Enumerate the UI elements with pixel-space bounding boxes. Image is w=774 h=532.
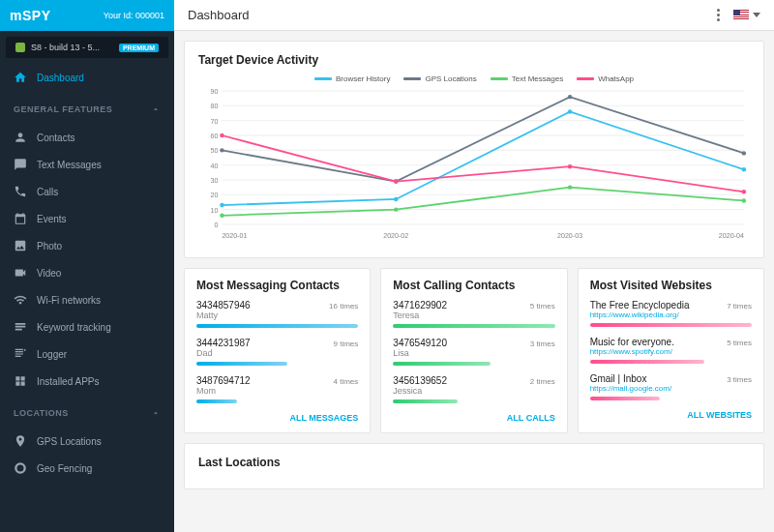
entry-main: 3476549120 (393, 338, 447, 348)
nav-general-text-messages[interactable]: Text Messages (0, 151, 174, 178)
nav-general-wi-fi-networks[interactable]: Wi-Fi networks (0, 286, 174, 313)
nav-label: Photo (37, 241, 62, 251)
list-item: Music for everyone.https://www.spotify.c… (590, 337, 752, 364)
svg-text:30: 30 (210, 177, 218, 184)
header: Dashboard (174, 0, 774, 31)
entry-sub: Lisa (393, 348, 447, 358)
language-selector[interactable] (733, 10, 760, 20)
svg-text:2020-02: 2020-02 (383, 232, 408, 239)
card-title: Most Messaging Contacts (196, 279, 358, 292)
svg-text:80: 80 (210, 103, 218, 109)
nav-general-calls[interactable]: Calls (0, 178, 174, 205)
nav-general-logger[interactable]: Logger (0, 340, 174, 368)
websites-list: The Free Encyclopediahttps://www.wikiped… (590, 300, 752, 400)
list-item: 3444231987Dad9 times (196, 338, 358, 366)
section-locations[interactable]: LOCATIONS (0, 400, 174, 422)
list-item: The Free Encyclopediahttps://www.wikiped… (590, 300, 752, 327)
svg-point-36 (220, 133, 223, 137)
list-item: 3471629902Teresa5 times (393, 300, 554, 328)
activity-chart: 01020304050607080902020-012020-022020-03… (198, 87, 750, 242)
list-item: 3434857946Matty16 times (196, 300, 358, 328)
nav-primary: Dashboard (0, 58, 174, 97)
svg-point-24 (220, 203, 223, 207)
nav-general-events[interactable]: Events (0, 205, 174, 232)
entry-link[interactable]: https://www.spotify.com/ (590, 347, 674, 356)
entry-sub: Dad (196, 348, 251, 358)
card-title: Last Locations (198, 456, 750, 469)
nav-general-keyword-tracking[interactable]: Keyword tracking (0, 313, 174, 340)
list-item: 3456139652Jessica2 times (393, 375, 554, 403)
nav-label: Logger (37, 349, 67, 360)
entry-count: 3 times (530, 340, 555, 348)
svg-point-35 (742, 198, 746, 202)
entry-count: 9 times (334, 340, 359, 348)
entry-main: The Free Encyclopedia (590, 300, 690, 310)
nav-label: Geo Fencing (37, 463, 92, 474)
nav-general-photo[interactable]: Photo (0, 232, 174, 259)
chart-legend: Browser HistoryGPS LocationsText Message… (198, 74, 750, 83)
card-messaging: Most Messaging Contacts 3434857946Matty1… (184, 268, 371, 433)
entry-count: 3 times (727, 375, 752, 384)
calling-list: 3471629902Teresa5 times3476549120Lisa3 t… (393, 300, 554, 403)
nav-location-gps-locations[interactable]: GPS Locations (0, 428, 174, 455)
entry-sub: Teresa (393, 310, 447, 320)
entry-link[interactable]: https://mail.google.com/ (590, 384, 671, 393)
nav-label: Calls (37, 187, 58, 197)
svg-point-25 (394, 197, 398, 201)
entry-main: 3487694712 (196, 375, 251, 386)
entry-link[interactable]: https://www.wikipedia.org/ (590, 310, 690, 319)
nav-label: Text Messages (37, 160, 102, 170)
legend-item: GPS Locations (403, 74, 476, 83)
svg-text:2020-04: 2020-04 (719, 232, 744, 239)
nav-general-contacts[interactable]: Contacts (0, 124, 174, 151)
entry-bar (590, 323, 752, 327)
wi-fi-networks-icon (14, 293, 27, 307)
section-label: GENERAL FEATURES (14, 104, 112, 114)
entry-main: 3456139652 (393, 375, 447, 386)
calls-icon (14, 185, 27, 198)
svg-point-39 (742, 190, 746, 193)
device-selector[interactable]: S8 - build 13 - 5... PREMIUM (6, 37, 168, 58)
nav-location-geo-fencing[interactable]: Geo Fencing (0, 455, 174, 482)
all-websites-link[interactable]: ALL WEBSITES (590, 410, 752, 420)
premium-badge: PREMIUM (119, 44, 159, 52)
entry-main: Gmail | Inbox (590, 373, 671, 384)
entry-bar (590, 397, 660, 400)
nav-label: Events (37, 214, 67, 224)
svg-point-26 (568, 109, 572, 113)
svg-text:40: 40 (210, 163, 218, 169)
nav-locations-list: GPS LocationsGeo Fencing (0, 422, 174, 488)
entry-bar (393, 324, 554, 328)
nav-dashboard[interactable]: Dashboard (0, 64, 174, 91)
device-name: S8 - build 13 - 5... (31, 43, 113, 52)
header-actions (713, 5, 760, 25)
more-menu-button[interactable] (713, 5, 724, 25)
entry-bar (196, 362, 287, 366)
nav-label: Installed APPs (37, 376, 99, 387)
nav-general-video[interactable]: Video (0, 259, 174, 286)
card-title: Target Device Activity (198, 53, 750, 67)
entry-main: 3444231987 (196, 338, 251, 348)
logo: mSPY (10, 8, 50, 23)
nav-general-installed-apps[interactable]: Installed APPs (0, 368, 174, 395)
svg-text:50: 50 (210, 147, 218, 154)
entry-bar (196, 399, 237, 403)
nav-label: Contacts (37, 133, 74, 143)
svg-text:70: 70 (210, 118, 218, 125)
chart-wrap: Browser HistoryGPS LocationsText Message… (198, 74, 750, 246)
svg-text:0: 0 (214, 222, 218, 228)
section-general-features[interactable]: GENERAL FEATURES (0, 97, 174, 118)
nav-label: Dashboard (37, 73, 84, 83)
geo-fencing-icon (14, 461, 27, 475)
logger-icon (14, 347, 27, 361)
photo-icon (14, 239, 27, 252)
entry-main: 3434857946 (196, 300, 251, 310)
entry-bar (590, 360, 705, 364)
nav-general-list: ContactsText MessagesCallsEventsPhotoVid… (0, 118, 174, 400)
all-calls-link[interactable]: ALL CALLS (393, 413, 554, 423)
content-area: Target Device Activity Browser HistoryGP… (174, 31, 774, 532)
entry-sub: Mom (196, 386, 251, 396)
all-messages-link[interactable]: ALL MESSAGES (196, 413, 358, 423)
card-websites: Most Visited Websites The Free Encyclope… (578, 268, 764, 433)
video-icon (14, 266, 27, 280)
